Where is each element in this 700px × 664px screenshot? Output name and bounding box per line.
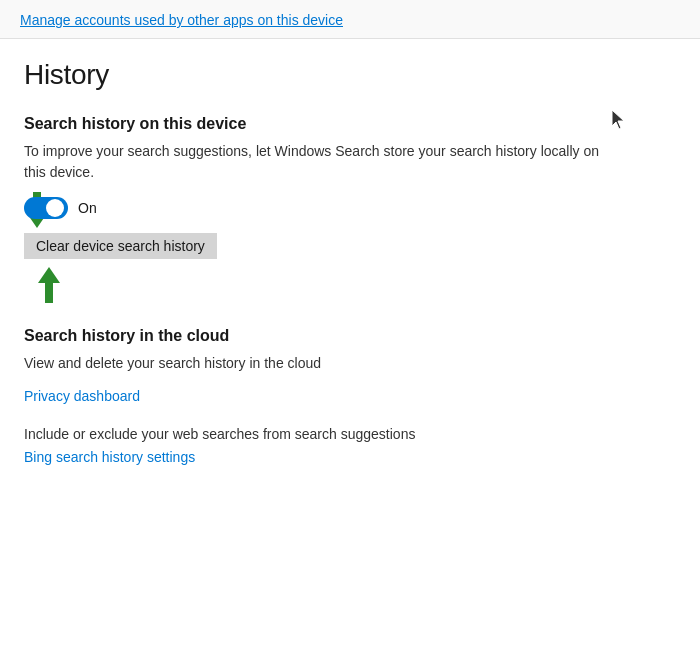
search-history-toggle[interactable] <box>24 197 68 219</box>
device-history-description: To improve your search suggestions, let … <box>24 141 604 183</box>
cloud-history-description: View and delete your search history in t… <box>24 353 604 374</box>
cloud-history-subtitle: Search history in the cloud <box>24 327 676 345</box>
privacy-dashboard-link[interactable]: Privacy dashboard <box>24 388 676 404</box>
toggle-knob <box>46 199 64 217</box>
history-section-title: History <box>24 59 676 91</box>
device-history-subtitle: Search history on this device <box>24 115 676 133</box>
bing-search-settings-link[interactable]: Bing search history settings <box>24 449 676 465</box>
manage-accounts-link[interactable]: Manage accounts used by other apps on th… <box>0 0 700 39</box>
web-search-description: Include or exclude your web searches fro… <box>24 424 604 445</box>
toggle-state-label: On <box>78 200 97 216</box>
clear-history-button[interactable]: Clear device search history <box>24 233 217 259</box>
